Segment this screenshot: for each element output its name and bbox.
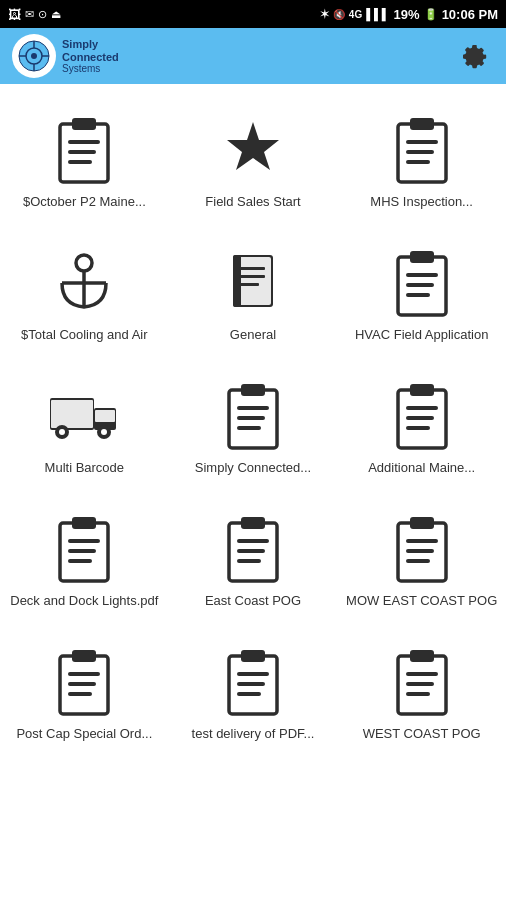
item-label-7: Multi Barcode bbox=[45, 460, 124, 477]
clipboard-icon-6 bbox=[386, 247, 458, 319]
svg-rect-35 bbox=[95, 410, 115, 422]
grid-item-2[interactable]: Field Sales Start bbox=[169, 96, 338, 229]
svg-rect-11 bbox=[68, 160, 92, 164]
svg-rect-69 bbox=[68, 692, 92, 696]
svg-rect-59 bbox=[237, 559, 261, 563]
svg-rect-57 bbox=[237, 539, 269, 543]
app-grid: $October P2 Maine... Field Sales Start M… bbox=[0, 96, 506, 760]
svg-rect-73 bbox=[237, 682, 265, 686]
grid-item-6[interactable]: HVAC Field Application bbox=[337, 229, 506, 362]
grid-item-5[interactable]: General bbox=[169, 229, 338, 362]
svg-rect-41 bbox=[241, 384, 265, 396]
item-label-1: $October P2 Maine... bbox=[23, 194, 146, 211]
truck-icon-7 bbox=[48, 380, 120, 452]
svg-rect-58 bbox=[237, 549, 265, 553]
svg-rect-24 bbox=[239, 267, 265, 270]
item-label-13: Post Cap Special Ord... bbox=[16, 726, 152, 743]
svg-rect-74 bbox=[237, 692, 261, 696]
grid-item-9[interactable]: Additional Maine... bbox=[337, 362, 506, 495]
mail-icon: ✉ bbox=[25, 8, 34, 21]
logo-line1: Simply bbox=[62, 38, 119, 50]
item-label-12: MOW EAST COAST POG bbox=[346, 593, 497, 610]
svg-rect-26 bbox=[239, 283, 259, 286]
svg-point-2 bbox=[31, 53, 37, 59]
svg-point-37 bbox=[59, 429, 65, 435]
grid-item-10[interactable]: Deck and Dock Lights.pdf bbox=[0, 495, 169, 628]
svg-rect-25 bbox=[239, 275, 265, 278]
svg-rect-42 bbox=[237, 406, 269, 410]
image-icon: 🖼 bbox=[8, 7, 21, 22]
grid-item-11[interactable]: East Coast POG bbox=[169, 495, 338, 628]
svg-rect-29 bbox=[406, 273, 438, 277]
item-label-4: $Total Cooling and Air bbox=[21, 327, 147, 344]
svg-rect-54 bbox=[68, 559, 92, 563]
signal-bars: ▌▌▌ bbox=[366, 8, 389, 20]
logo-text: Simply Connected Systems bbox=[62, 38, 119, 73]
battery-icon: 🔋 bbox=[424, 8, 438, 21]
svg-rect-30 bbox=[406, 283, 434, 287]
clipboard-icon-3 bbox=[386, 114, 458, 186]
item-label-11: East Coast POG bbox=[205, 593, 301, 610]
svg-rect-67 bbox=[68, 672, 100, 676]
svg-rect-47 bbox=[406, 406, 438, 410]
battery-percent: 19% bbox=[394, 7, 420, 22]
grid-item-8[interactable]: Simply Connected... bbox=[169, 362, 338, 495]
svg-rect-68 bbox=[68, 682, 96, 686]
svg-rect-43 bbox=[237, 416, 265, 420]
item-label-3: MHS Inspection... bbox=[370, 194, 473, 211]
clipboard-icon-13 bbox=[48, 646, 120, 718]
svg-rect-71 bbox=[241, 650, 265, 662]
gear-icon bbox=[459, 41, 489, 71]
anchor-icon-4 bbox=[48, 247, 120, 319]
svg-rect-14 bbox=[410, 118, 434, 130]
svg-point-18 bbox=[76, 255, 92, 271]
svg-rect-9 bbox=[68, 140, 100, 144]
clipboard-icon-11 bbox=[217, 513, 289, 585]
svg-rect-62 bbox=[406, 539, 438, 543]
svg-rect-77 bbox=[406, 672, 438, 676]
clipboard-icon-10 bbox=[48, 513, 120, 585]
grid-item-4[interactable]: $Total Cooling and Air bbox=[0, 229, 169, 362]
svg-rect-16 bbox=[406, 150, 434, 154]
grid-item-1[interactable]: $October P2 Maine... bbox=[0, 96, 169, 229]
svg-rect-49 bbox=[406, 426, 430, 430]
star-icon-2 bbox=[217, 114, 289, 186]
item-label-10: Deck and Dock Lights.pdf bbox=[10, 593, 158, 610]
bluetooth-icon: ✶ bbox=[320, 8, 329, 21]
item-label-2: Field Sales Start bbox=[205, 194, 300, 211]
clipboard-icon-12 bbox=[386, 513, 458, 585]
grid-item-14[interactable]: test delivery of PDF... bbox=[169, 628, 338, 761]
logo-area: Simply Connected Systems bbox=[12, 34, 119, 78]
time-display: 10:06 PM bbox=[442, 7, 498, 22]
status-bar: 🖼 ✉ ⊙ ⏏ ✶ 🔇 4G ▌▌▌ 19% 🔋 10:06 PM bbox=[0, 0, 506, 28]
svg-rect-63 bbox=[406, 549, 434, 553]
grid-item-13[interactable]: Post Cap Special Ord... bbox=[0, 628, 169, 761]
clipboard-icon-8 bbox=[217, 380, 289, 452]
svg-rect-10 bbox=[68, 150, 96, 154]
svg-rect-44 bbox=[237, 426, 261, 430]
logo-circle bbox=[12, 34, 56, 78]
grid-item-12[interactable]: MOW EAST COAST POG bbox=[337, 495, 506, 628]
grid-item-15[interactable]: WEST COAST POG bbox=[337, 628, 506, 761]
item-label-15: WEST COAST POG bbox=[363, 726, 481, 743]
settings-button[interactable] bbox=[454, 36, 494, 76]
item-label-14: test delivery of PDF... bbox=[192, 726, 315, 743]
network-icon: 4G bbox=[349, 9, 362, 20]
svg-rect-56 bbox=[241, 517, 265, 529]
clipboard-icon-14 bbox=[217, 646, 289, 718]
svg-rect-31 bbox=[406, 293, 430, 297]
mute-icon: 🔇 bbox=[333, 9, 345, 20]
svg-rect-61 bbox=[410, 517, 434, 529]
svg-rect-76 bbox=[410, 650, 434, 662]
svg-rect-51 bbox=[72, 517, 96, 529]
app-header: Simply Connected Systems bbox=[0, 28, 506, 84]
svg-rect-48 bbox=[406, 416, 434, 420]
grid-item-7[interactable]: Multi Barcode bbox=[0, 362, 169, 495]
grid-item-3[interactable]: MHS Inspection... bbox=[337, 96, 506, 229]
clipboard-icon-1 bbox=[48, 114, 120, 186]
svg-rect-79 bbox=[406, 692, 430, 696]
svg-rect-72 bbox=[237, 672, 269, 676]
clipboard-icon-15 bbox=[386, 646, 458, 718]
content-area[interactable]: $October P2 Maine... Field Sales Start M… bbox=[0, 84, 506, 900]
svg-rect-17 bbox=[406, 160, 430, 164]
